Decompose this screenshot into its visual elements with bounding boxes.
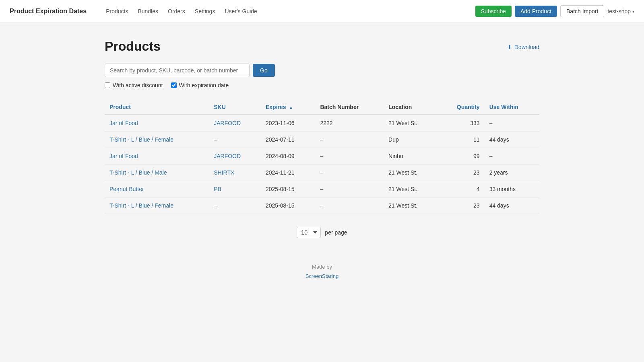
made-by-text: Made by	[105, 262, 539, 272]
col-header-expires[interactable]: Expires ▲	[261, 100, 315, 115]
main-content: Products ⬇ Download Go With active disco…	[80, 23, 564, 297]
cell-sku-2[interactable]: JARFOOD	[209, 148, 261, 165]
download-link[interactable]: ⬇ Download	[507, 44, 539, 50]
product-link-5[interactable]: T-Shirt - L / Blue / Female	[109, 202, 173, 209]
subscribe-button[interactable]: Subscribe	[475, 6, 512, 17]
cell-location-4: 21 West St.	[384, 181, 438, 197]
product-link-1[interactable]: T-Shirt - L / Blue / Female	[109, 136, 173, 143]
table-row: Peanut Butter PB 2025-08-15 – 21 West St…	[105, 181, 539, 197]
add-product-button[interactable]: Add Product	[515, 6, 557, 17]
cell-location-5: 21 West St.	[384, 197, 438, 214]
col-header-sku: SKU	[209, 100, 261, 115]
shop-dropdown[interactable]: test-shop ▾	[607, 8, 634, 14]
cell-batchnumber-0: 2222	[315, 115, 384, 132]
table-row: Jar of Food JARFOOD 2023-11-06 2222 21 W…	[105, 115, 539, 132]
cell-product-4[interactable]: Peanut Butter	[105, 181, 209, 197]
page-header: Products ⬇ Download	[105, 39, 539, 54]
cell-batchnumber-1: –	[315, 132, 384, 148]
cell-batchnumber-2: –	[315, 148, 384, 165]
sku-link-4[interactable]: PB	[214, 186, 221, 192]
download-label: Download	[514, 44, 539, 50]
cell-location-0: 21 West St.	[384, 115, 438, 132]
cell-expires-5: 2025-08-15	[261, 197, 315, 214]
page-title: Products	[105, 39, 161, 54]
go-button[interactable]: Go	[253, 64, 275, 77]
filter-active-discount-label[interactable]: With active discount	[105, 82, 163, 88]
cell-quantity-0: 333	[438, 115, 484, 132]
col-header-quantity: Quantity	[438, 100, 484, 115]
search-input[interactable]	[105, 64, 250, 77]
product-link-4[interactable]: Peanut Butter	[109, 186, 144, 192]
navbar-brand: Product Expiration Dates	[10, 8, 87, 15]
cell-sku-1: –	[209, 132, 261, 148]
cell-usewithin-2: –	[485, 148, 539, 165]
filter-expiration-date-checkbox[interactable]	[171, 82, 177, 88]
product-link-0[interactable]: Jar of Food	[109, 120, 138, 126]
nav-settings[interactable]: Settings	[191, 6, 219, 17]
download-icon: ⬇	[507, 44, 512, 50]
navbar: Product Expiration Dates Products Bundle…	[0, 0, 644, 23]
cell-expires-1: 2024-07-11	[261, 132, 315, 148]
nav-users-guide[interactable]: User's Guide	[221, 6, 261, 17]
nav-products[interactable]: Products	[102, 6, 132, 17]
cell-product-3[interactable]: T-Shirt - L / Blue / Male	[105, 165, 209, 181]
cell-expires-2: 2024-08-09	[261, 148, 315, 165]
table-row: Jar of Food JARFOOD 2024-08-09 – Ninho 9…	[105, 148, 539, 165]
nav-bundles[interactable]: Bundles	[134, 6, 162, 17]
sku-link-3[interactable]: SHIRTX	[214, 169, 234, 176]
cell-quantity-4: 4	[438, 181, 484, 197]
navbar-actions: Subscribe Add Product Batch Import test-…	[475, 5, 634, 17]
product-link-3[interactable]: T-Shirt - L / Blue / Male	[109, 169, 167, 176]
sku-dash-1: –	[214, 136, 217, 143]
cell-usewithin-3: 2 years	[485, 165, 539, 181]
per-page-label: per page	[325, 229, 347, 236]
cell-quantity-3: 23	[438, 165, 484, 181]
cell-location-2: Ninho	[384, 148, 438, 165]
cell-usewithin-1: 44 days	[485, 132, 539, 148]
col-header-batchnumber: Batch Number	[315, 100, 384, 115]
filter-expiration-date-text: With expiration date	[179, 82, 229, 88]
product-link-2[interactable]: Jar of Food	[109, 153, 138, 159]
cell-product-0[interactable]: Jar of Food	[105, 115, 209, 132]
col-header-usewithin: Use Within	[485, 100, 539, 115]
screenstaring-link[interactable]: ScreenStaring	[305, 273, 339, 279]
cell-quantity-2: 99	[438, 148, 484, 165]
cell-usewithin-4: 33 months	[485, 181, 539, 197]
search-row: Go	[105, 64, 539, 77]
sku-link-2[interactable]: JARFOOD	[214, 153, 241, 159]
cell-usewithin-0: –	[485, 115, 539, 132]
cell-expires-4: 2025-08-15	[261, 181, 315, 197]
col-header-location: Location	[384, 100, 438, 115]
filter-row: With active discount With expiration dat…	[105, 82, 539, 88]
cell-location-3: 21 West St.	[384, 165, 438, 181]
cell-sku-0[interactable]: JARFOOD	[209, 115, 261, 132]
per-page-select[interactable]: 102550100	[297, 227, 321, 238]
cell-sku-5: –	[209, 197, 261, 214]
cell-expires-0: 2023-11-06	[261, 115, 315, 132]
filter-active-discount-text: With active discount	[113, 82, 163, 88]
cell-product-5[interactable]: T-Shirt - L / Blue / Female	[105, 197, 209, 214]
sku-dash-5: –	[214, 202, 217, 209]
pagination-row: 102550100 per page	[105, 227, 539, 238]
sort-arrow-icon: ▲	[289, 105, 293, 110]
table-body: Jar of Food JARFOOD 2023-11-06 2222 21 W…	[105, 115, 539, 214]
col-header-product: Product	[105, 100, 209, 115]
filter-active-discount-checkbox[interactable]	[105, 82, 110, 88]
products-table: Product SKU Expires ▲ Batch Number Locat…	[105, 100, 539, 214]
sku-link-0[interactable]: JARFOOD	[214, 120, 241, 126]
cell-batchnumber-4: –	[315, 181, 384, 197]
navbar-nav: Products Bundles Orders Settings User's …	[102, 6, 464, 17]
filter-expiration-date-label[interactable]: With expiration date	[171, 82, 229, 88]
cell-sku-4[interactable]: PB	[209, 181, 261, 197]
cell-usewithin-5: 44 days	[485, 197, 539, 214]
cell-batchnumber-5: –	[315, 197, 384, 214]
cell-product-1[interactable]: T-Shirt - L / Blue / Female	[105, 132, 209, 148]
table-row: T-Shirt - L / Blue / Female – 2024-07-11…	[105, 132, 539, 148]
nav-orders[interactable]: Orders	[164, 6, 189, 17]
cell-sku-3[interactable]: SHIRTX	[209, 165, 261, 181]
batch-import-button[interactable]: Batch Import	[560, 5, 604, 17]
cell-quantity-5: 23	[438, 197, 484, 214]
cell-location-1: Dup	[384, 132, 438, 148]
shop-name: test-shop	[607, 8, 631, 14]
cell-product-2[interactable]: Jar of Food	[105, 148, 209, 165]
